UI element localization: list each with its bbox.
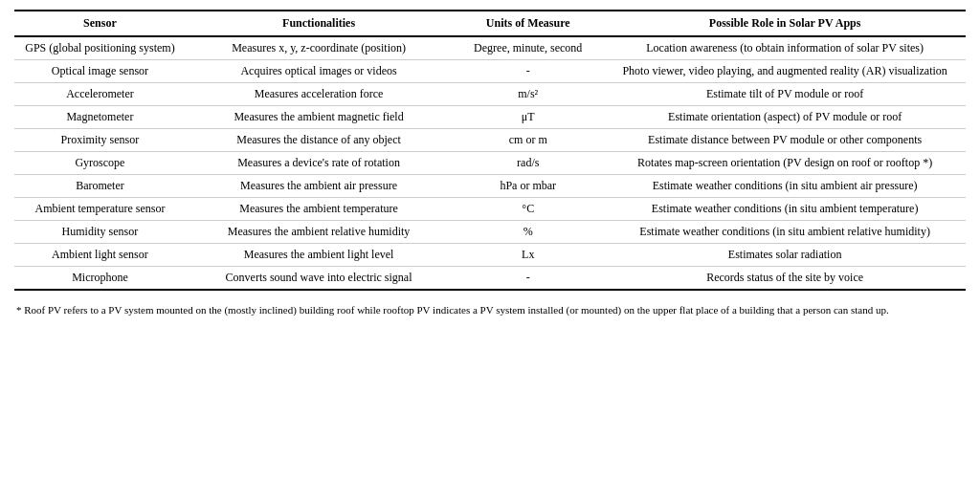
cell-units: Degree, minute, second: [452, 36, 604, 60]
cell-role: Estimate weather conditions (in situ amb…: [604, 175, 966, 198]
cell-units: μT: [452, 106, 604, 129]
cell-functionalities: Measures the ambient magnetic field: [186, 106, 452, 129]
cell-role: Rotates map-screen orientation (PV desig…: [604, 152, 966, 175]
cell-role: Estimate distance between PV module or o…: [604, 129, 966, 152]
cell-units: rad/s: [452, 152, 604, 175]
cell-role: Estimate weather conditions (in situ amb…: [604, 198, 966, 221]
cell-functionalities: Measures the ambient air pressure: [186, 175, 452, 198]
cell-sensor: Ambient temperature sensor: [14, 198, 186, 221]
cell-functionalities: Measures acceleration force: [186, 83, 452, 106]
table-row: Optical image sensorAcquires optical ima…: [14, 60, 966, 83]
header-units: Units of Measure: [452, 11, 604, 36]
cell-functionalities: Measures a device's rate of rotation: [186, 152, 452, 175]
table-row: GyroscopeMeasures a device's rate of rot…: [14, 152, 966, 175]
cell-sensor: GPS (global positioning system): [14, 36, 186, 60]
table-row: MagnetometerMeasures the ambient magneti…: [14, 106, 966, 129]
cell-units: hPa or mbar: [452, 175, 604, 198]
cell-role: Estimate orientation (aspect) of PV modu…: [604, 106, 966, 129]
cell-sensor: Optical image sensor: [14, 60, 186, 83]
table-row: Ambient light sensorMeasures the ambient…: [14, 244, 966, 267]
cell-functionalities: Measures the ambient relative humidity: [186, 221, 452, 244]
cell-role: Estimate weather conditions (in situ amb…: [604, 221, 966, 244]
cell-sensor: Barometer: [14, 175, 186, 198]
table-row: AccelerometerMeasures acceleration force…: [14, 83, 966, 106]
cell-role: Location awareness (to obtain informatio…: [604, 36, 966, 60]
cell-functionalities: Acquires optical images or videos: [186, 60, 452, 83]
table-row: MicrophoneConverts sound wave into elect…: [14, 267, 966, 291]
table-row: GPS (global positioning system)Measures …: [14, 36, 966, 60]
cell-sensor: Gyroscope: [14, 152, 186, 175]
cell-sensor: Accelerometer: [14, 83, 186, 106]
cell-role: Estimates solar radiation: [604, 244, 966, 267]
sensor-table: Sensor Functionalities Units of Measure …: [14, 10, 966, 291]
cell-functionalities: Measures the distance of any object: [186, 129, 452, 152]
cell-functionalities: Converts sound wave into electric signal: [186, 267, 452, 291]
cell-units: °C: [452, 198, 604, 221]
cell-sensor: Humidity sensor: [14, 221, 186, 244]
cell-units: cm or m: [452, 129, 604, 152]
footnote: * Roof PV refers to a PV system mounted …: [14, 298, 966, 322]
cell-role: Photo viewer, video playing, and augment…: [604, 60, 966, 83]
cell-sensor: Ambient light sensor: [14, 244, 186, 267]
cell-units: m/s²: [452, 83, 604, 106]
cell-sensor: Microphone: [14, 267, 186, 291]
cell-sensor: Magnetometer: [14, 106, 186, 129]
table-row: Humidity sensorMeasures the ambient rela…: [14, 221, 966, 244]
cell-units: -: [452, 267, 604, 291]
cell-role: Estimate tilt of PV module or roof: [604, 83, 966, 106]
table-row: Ambient temperature sensorMeasures the a…: [14, 198, 966, 221]
cell-sensor: Proximity sensor: [14, 129, 186, 152]
header-sensor: Sensor: [14, 11, 186, 36]
cell-units: Lx: [452, 244, 604, 267]
cell-functionalities: Measures the ambient temperature: [186, 198, 452, 221]
table-row: BarometerMeasures the ambient air pressu…: [14, 175, 966, 198]
cell-role: Records status of the site by voice: [604, 267, 966, 291]
cell-units: %: [452, 221, 604, 244]
cell-functionalities: Measures the ambient light level: [186, 244, 452, 267]
table-row: Proximity sensorMeasures the distance of…: [14, 129, 966, 152]
cell-functionalities: Measures x, y, z-coordinate (position): [186, 36, 452, 60]
cell-units: -: [452, 60, 604, 83]
header-role: Possible Role in Solar PV Apps: [604, 11, 966, 36]
header-functionalities: Functionalities: [186, 11, 452, 36]
